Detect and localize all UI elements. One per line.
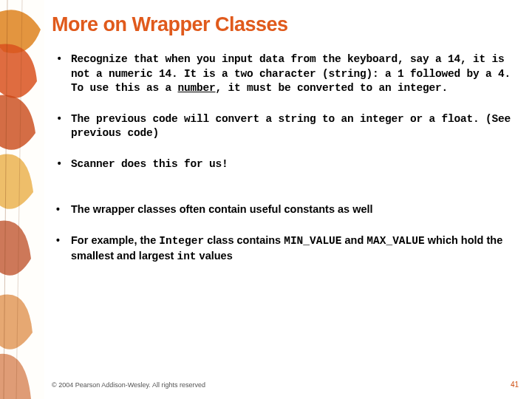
b5-p1: For example, the bbox=[71, 234, 159, 246]
page-number: 41 bbox=[511, 381, 519, 389]
b5-c2: MIN_VALUE bbox=[284, 235, 341, 247]
bullet-3: Scanner does this for us! bbox=[52, 157, 517, 172]
b5-p2: class contains bbox=[204, 234, 284, 246]
bullet-2: The previous code will convert a string … bbox=[52, 112, 517, 141]
bullet-1-underline: number bbox=[178, 82, 216, 94]
bullet-5: For example, the Integer class contains … bbox=[52, 233, 517, 264]
copyright-footer: © 2004 Pearson Addison-Wesley. All right… bbox=[52, 381, 517, 389]
b5-p3: and bbox=[342, 234, 367, 246]
b5-c4: int bbox=[177, 250, 196, 262]
slide-title: More on Wrapper Classes bbox=[52, 13, 517, 36]
leaf-decor-strip bbox=[0, 0, 44, 399]
b5-p5: values bbox=[197, 250, 233, 262]
b5-c3: MAX_VALUE bbox=[366, 235, 424, 247]
bullet-4: The wrapper classes often contain useful… bbox=[52, 202, 517, 217]
bullet-1: Recognize that when you input data from … bbox=[52, 52, 517, 96]
bullet-list: Recognize that when you input data from … bbox=[52, 52, 517, 264]
bullet-1-post: , it must be converted to an integer. bbox=[216, 82, 449, 94]
b5-c1: Integer bbox=[159, 235, 204, 247]
slide-body: More on Wrapper Classes Recognize that w… bbox=[52, 13, 517, 383]
